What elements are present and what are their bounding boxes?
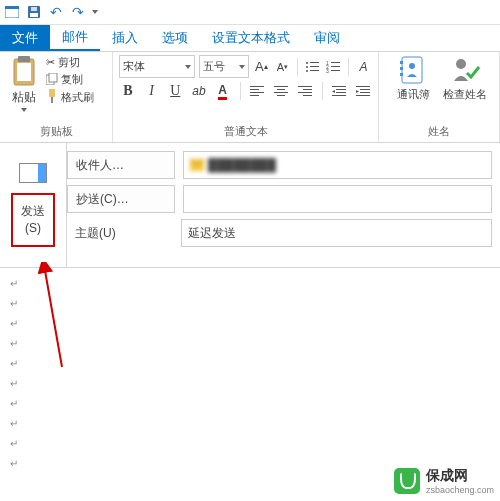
svg-rect-27 <box>250 95 259 96</box>
svg-rect-26 <box>250 92 264 93</box>
copy-button[interactable]: 复制 <box>46 72 94 87</box>
align-left-button[interactable] <box>249 82 267 100</box>
subject-field[interactable]: 延迟发送 <box>181 219 492 247</box>
cut-button[interactable]: ✂剪切 <box>46 55 94 70</box>
save-icon[interactable] <box>26 4 42 20</box>
tab-file[interactable]: 文件 <box>0 25 50 51</box>
svg-rect-36 <box>332 86 346 87</box>
separator <box>322 82 323 100</box>
format-painter-button[interactable]: 格式刷 <box>46 89 94 105</box>
to-button[interactable]: 收件人… <box>67 151 175 179</box>
chevron-down-icon <box>239 65 245 69</box>
grow-font-button[interactable]: A▴ <box>253 58 270 76</box>
svg-rect-47 <box>400 61 403 64</box>
subject-label: 主题(U) <box>67 220 173 246</box>
bullets-button[interactable] <box>304 58 321 76</box>
separator <box>240 82 241 100</box>
paragraph-mark: ↵ <box>10 314 490 334</box>
svg-rect-41 <box>356 86 370 87</box>
bold-button[interactable]: B <box>119 82 137 100</box>
svg-rect-42 <box>360 89 370 90</box>
svg-rect-46 <box>402 57 422 83</box>
font-size-select[interactable]: 五号 <box>199 55 249 78</box>
svg-rect-3 <box>30 13 38 17</box>
align-center-button[interactable] <box>272 82 290 100</box>
tab-format-text[interactable]: 设置文本格式 <box>200 25 302 51</box>
svg-rect-13 <box>310 62 319 63</box>
paste-button[interactable]: 粘贴 <box>6 55 42 122</box>
svg-rect-24 <box>250 86 264 87</box>
window-icon <box>4 4 20 20</box>
svg-point-50 <box>409 63 415 69</box>
recipient-chip[interactable]: ████████ <box>190 158 276 172</box>
tab-insert[interactable]: 插入 <box>100 25 150 51</box>
svg-rect-28 <box>274 86 288 87</box>
address-book-button[interactable]: 通讯簿 <box>390 55 436 102</box>
svg-point-12 <box>306 62 308 64</box>
svg-point-16 <box>306 70 308 72</box>
svg-rect-9 <box>49 73 57 82</box>
increase-indent-button[interactable] <box>354 82 372 100</box>
group-basic-text: 宋体 五号 A▴ A▾ 123 A B I U ab A <box>113 52 379 142</box>
qat-customize-icon[interactable] <box>92 10 98 14</box>
svg-rect-29 <box>277 89 285 90</box>
align-right-button[interactable] <box>296 82 314 100</box>
scissors-icon: ✂ <box>46 56 55 69</box>
send-button[interactable]: 发送 (S) <box>11 193 55 247</box>
clear-formatting-button[interactable]: A <box>355 58 372 76</box>
svg-rect-33 <box>303 89 312 90</box>
undo-icon[interactable]: ↶ <box>48 4 64 20</box>
svg-rect-25 <box>250 89 259 90</box>
copy-icon <box>46 73 58 87</box>
paste-dropdown-icon <box>21 108 27 112</box>
message-body[interactable]: ↵ ↵ ↵ ↵ ↵ ↵ ↵ ↵ ↵ ↵ <box>0 268 500 490</box>
group-label-clipboard: 剪贴板 <box>6 122 106 141</box>
svg-rect-35 <box>303 95 312 96</box>
numbering-button[interactable]: 123 <box>325 58 342 76</box>
redo-icon[interactable]: ↷ <box>70 4 86 20</box>
check-names-button[interactable]: 检查姓名 <box>442 55 488 102</box>
to-field[interactable]: ████████ <box>183 151 492 179</box>
svg-rect-31 <box>277 95 285 96</box>
svg-point-51 <box>456 59 466 69</box>
watermark-brand: 保成网 <box>426 467 494 485</box>
svg-rect-48 <box>400 67 403 70</box>
address-book-icon <box>398 55 428 85</box>
group-label-names: 姓名 <box>385 122 493 141</box>
message-header: 发送 (S) 收件人… ████████ 抄送(C)… 主题(U) 延迟发送 <box>0 143 500 268</box>
ribbon-tabs: 文件 邮件 插入 选项 设置文本格式 审阅 <box>0 25 500 52</box>
font-family-select[interactable]: 宋体 <box>119 55 195 78</box>
underline-button[interactable]: U <box>166 82 184 100</box>
send-column: 发送 (S) <box>0 143 67 267</box>
svg-rect-19 <box>331 62 340 63</box>
svg-rect-44 <box>360 92 370 93</box>
svg-text:3: 3 <box>326 68 329 73</box>
cc-field[interactable] <box>183 185 492 213</box>
decrease-indent-button[interactable] <box>331 82 349 100</box>
svg-rect-6 <box>18 56 30 62</box>
svg-marker-43 <box>356 90 359 93</box>
paste-icon <box>10 55 38 87</box>
paragraph-mark: ↵ <box>10 354 490 374</box>
svg-rect-34 <box>298 92 312 93</box>
separator <box>348 58 349 76</box>
tab-mail[interactable]: 邮件 <box>50 25 100 51</box>
message-fields: 收件人… ████████ 抄送(C)… 主题(U) 延迟发送 <box>67 143 500 267</box>
paragraph-mark: ↵ <box>10 294 490 314</box>
group-clipboard: 粘贴 ✂剪切 复制 格式刷 剪贴板 <box>0 52 113 142</box>
svg-rect-30 <box>274 92 288 93</box>
svg-point-14 <box>306 66 308 68</box>
svg-rect-1 <box>5 6 19 9</box>
group-label-basic-text: 普通文本 <box>119 122 372 141</box>
tab-options[interactable]: 选项 <box>150 25 200 51</box>
shrink-font-button[interactable]: A▾ <box>274 58 291 76</box>
font-color-button[interactable]: A <box>214 82 232 100</box>
tab-review[interactable]: 审阅 <box>302 25 352 51</box>
paragraph-mark: ↵ <box>10 414 490 434</box>
highlight-button[interactable]: ab <box>190 82 208 100</box>
italic-button[interactable]: I <box>143 82 161 100</box>
svg-rect-49 <box>400 73 403 76</box>
brush-icon <box>46 89 58 105</box>
ribbon: 粘贴 ✂剪切 复制 格式刷 剪贴板 宋体 五号 A▴ A▾ 123 A <box>0 52 500 143</box>
cc-button[interactable]: 抄送(C)… <box>67 185 175 213</box>
